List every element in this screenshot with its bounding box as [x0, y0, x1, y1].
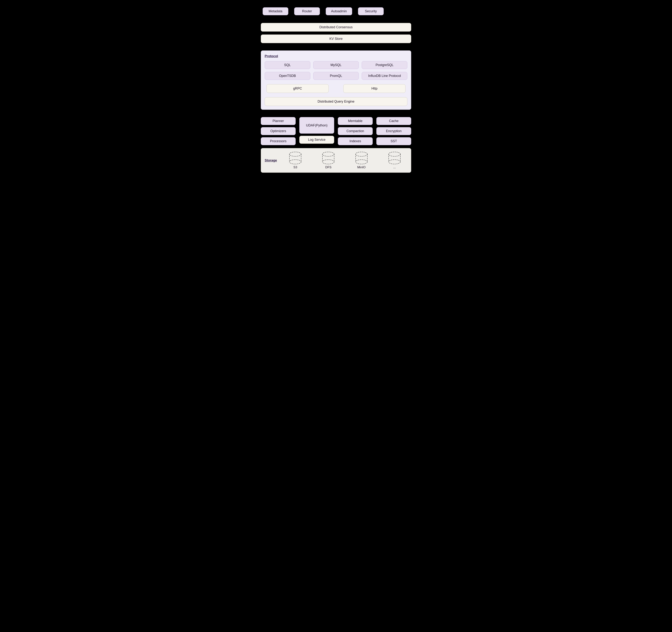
storage-icons: S3DFSMinIO...: [283, 151, 407, 169]
service-pill-router: Router: [294, 7, 320, 15]
storage-label-dotdotdot: ...: [393, 166, 396, 169]
storage-label-dfs: DFS: [325, 166, 331, 169]
service-pill-security: Security: [358, 7, 384, 15]
query-engine-box: Distributed Query Engine: [265, 97, 407, 106]
svg-point-8: [356, 152, 367, 156]
kv-store-box: KV Store: [261, 34, 411, 43]
storage-item-s3: S3: [288, 151, 303, 169]
engine-item-sst: SST: [376, 137, 411, 145]
transport-box-http: Http: [343, 84, 406, 93]
protocol-grid: SQLMySQLPostgreSQLOpenTSDBPromQLInfluxDB…: [265, 61, 407, 80]
transport-box-grpc: gRPC: [266, 84, 329, 93]
engine-item-log-service: Log Service: [299, 136, 334, 144]
protocol-pill-1: MySQL: [313, 61, 359, 69]
protocol-pill-5: InfluxDB Line Protocol: [362, 72, 407, 80]
engine-grid: PlannerOptimizersProcessorsUDAF(Python)L…: [261, 117, 411, 145]
protocol-pill-4: PromQL: [313, 72, 359, 80]
svg-point-4: [322, 152, 334, 156]
storage-label-s3: S3: [293, 166, 297, 169]
svg-point-12: [389, 152, 400, 156]
distributed-consensus-box: Distributed Consensus: [261, 23, 411, 31]
services-row: MetadataRouterAutoadminSecurity: [261, 7, 411, 15]
storage-item-dotdotdot: ...: [387, 151, 402, 169]
svg-point-0: [289, 152, 301, 156]
protocol-title: Protocol: [265, 54, 407, 58]
engine-item-cache: Cache: [376, 117, 411, 125]
protocol-pill-2: PostgreSQL: [362, 61, 407, 69]
engine-item-planner: Planner: [261, 117, 296, 125]
svg-point-11: [356, 160, 367, 164]
transport-row: gRPCHttp: [265, 84, 407, 93]
engine-item-memtable: Memtable: [338, 117, 373, 125]
engine-item-udaf-python-: UDAF(Python): [299, 117, 334, 134]
storage-engine-section: PlannerOptimizersProcessorsUDAF(Python)L…: [261, 117, 411, 173]
engine-item-encryption: Encryption: [376, 127, 411, 135]
storage-item-dfs: DFS: [321, 151, 336, 169]
top-services-section: MetadataRouterAutoadminSecurity Distribu…: [261, 7, 411, 43]
svg-point-7: [322, 160, 334, 164]
storage-label-minio: MinIO: [357, 166, 365, 169]
engine-col-storage: MemtableCompactionIndexes: [338, 117, 373, 145]
storage-section: Storage S3DFSMinIO...: [261, 148, 411, 173]
storage-item-minio: MinIO: [354, 151, 369, 169]
engine-col-cache: CacheEncryptionSST: [376, 117, 411, 145]
engine-col-query: PlannerOptimizersProcessors: [261, 117, 296, 145]
main-container: MetadataRouterAutoadminSecurity Distribu…: [261, 7, 411, 173]
svg-point-3: [289, 160, 301, 164]
service-pill-metadata: Metadata: [263, 7, 288, 15]
engine-item-processors: Processors: [261, 137, 296, 145]
engine-col-udaf: UDAF(Python)Log Service: [299, 117, 334, 144]
protocol-pill-0: SQL: [265, 61, 310, 69]
engine-item-optimizers: Optimizers: [261, 127, 296, 135]
svg-point-15: [389, 160, 400, 164]
engine-item-indexes: Indexes: [338, 137, 373, 145]
engine-item-compaction: Compaction: [338, 127, 373, 135]
protocol-pill-3: OpenTSDB: [265, 72, 310, 80]
protocol-section: Protocol SQLMySQLPostgreSQLOpenTSDBPromQ…: [261, 50, 411, 110]
service-pill-autoadmin: Autoadmin: [326, 7, 352, 15]
storage-title: Storage: [265, 159, 277, 162]
